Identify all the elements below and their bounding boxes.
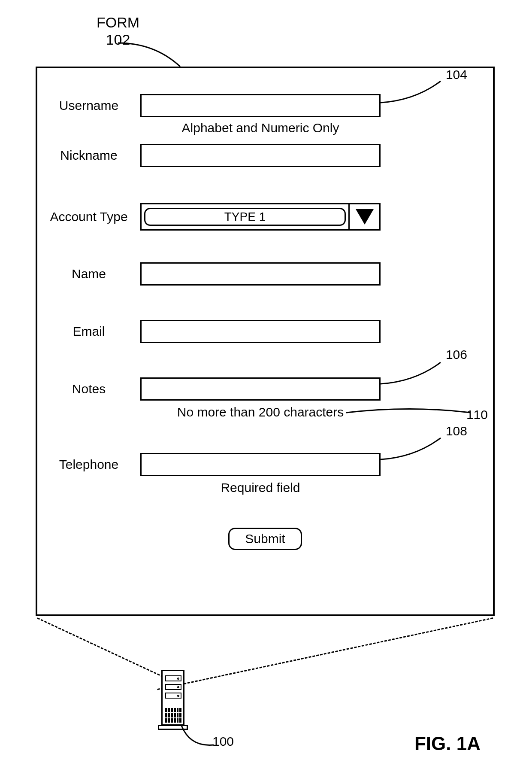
dropdown-toggle[interactable] (348, 204, 379, 229)
input-username[interactable] (140, 94, 381, 117)
label-account-type: Account Type (37, 210, 140, 224)
projection-line-left (37, 617, 178, 684)
lead-line-form (116, 41, 184, 69)
ref-106: 106 (446, 347, 467, 362)
row-name: Name (37, 262, 493, 286)
dropdown-account-type[interactable]: TYPE 1 (140, 203, 381, 231)
hint-username: Alphabet and Numeric Only (140, 121, 381, 135)
input-email[interactable] (140, 320, 381, 343)
svg-marker-0 (356, 209, 374, 225)
projection-line-right (157, 617, 493, 690)
ref-110: 110 (466, 407, 488, 422)
label-nickname: Nickname (37, 148, 140, 163)
input-name[interactable] (140, 262, 381, 286)
submit-button[interactable]: Submit (228, 528, 302, 550)
figure-canvas: FORM 102 104 Username Alphabet and Numer… (0, 0, 532, 778)
label-telephone: Telephone (37, 457, 140, 472)
hint-telephone: Required field (140, 480, 381, 495)
row-email: Email (37, 320, 493, 343)
row-account-type: Account Type TYPE 1 (37, 203, 493, 231)
ref-108: 108 (446, 424, 467, 438)
label-notes: Notes (37, 382, 140, 396)
submit-row: Submit (37, 528, 493, 550)
form-panel: 104 Username Alphabet and Numeric Only N… (36, 67, 495, 616)
hint-notes: No more than 200 characters (140, 405, 381, 419)
input-nickname[interactable] (140, 144, 381, 167)
dropdown-selected: TYPE 1 (144, 208, 346, 226)
ref-104: 104 (446, 67, 467, 82)
label-email: Email (37, 324, 140, 339)
ref-100: 100 (212, 734, 234, 749)
figure-caption: FIG. 1A (414, 733, 481, 754)
row-nickname: Nickname (37, 144, 493, 167)
chevron-down-icon (355, 208, 375, 225)
label-name: Name (37, 267, 140, 281)
form-title: FORM (84, 14, 152, 31)
row-username: Username (37, 94, 493, 117)
input-notes[interactable] (140, 377, 381, 401)
input-telephone[interactable] (140, 453, 381, 476)
row-telephone: Telephone (37, 453, 493, 476)
row-notes: Notes (37, 377, 493, 401)
label-username: Username (37, 98, 140, 113)
